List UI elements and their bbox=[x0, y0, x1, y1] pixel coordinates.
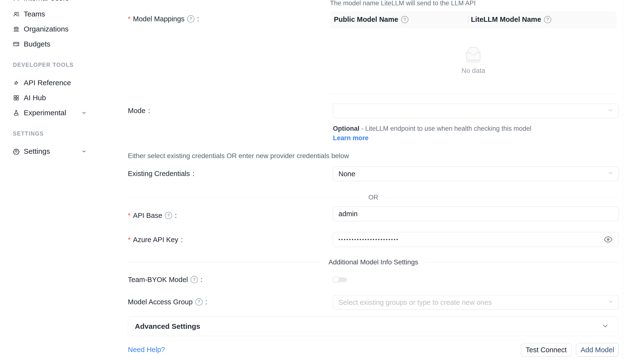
sidebar-item-settings[interactable]: Settings bbox=[0, 144, 118, 158]
required-asterisk: * bbox=[128, 15, 130, 23]
label-colon: : bbox=[175, 212, 177, 220]
table-header: Public Model Name ? LiteLLM Model Name ? bbox=[330, 11, 617, 28]
sidebar-item-label: AI Hub bbox=[24, 94, 46, 102]
sidebar-item-label: Experimental bbox=[24, 109, 66, 117]
chevron-down-icon bbox=[608, 170, 614, 178]
label-text: Existing Credentials bbox=[128, 170, 190, 178]
grid-icon bbox=[13, 94, 20, 101]
team-byok-label: Team-BYOK Model ? : bbox=[128, 275, 202, 284]
model-mappings-table: Public Model Name ? LiteLLM Model Name ? bbox=[330, 11, 617, 104]
required-asterisk: * bbox=[128, 212, 130, 220]
label-colon: : bbox=[197, 15, 199, 23]
team-icon bbox=[13, 11, 20, 18]
sidebar-item-api-reference[interactable]: API Reference bbox=[0, 76, 118, 90]
learn-more-link[interactable]: Learn more bbox=[333, 134, 368, 142]
help-bold: Optional bbox=[333, 125, 360, 132]
help-icon[interactable]: ? bbox=[165, 212, 172, 219]
chevron-down-icon bbox=[602, 322, 609, 330]
sidebar-section-settings: SETTINGS bbox=[13, 130, 44, 138]
column-label: Public Model Name bbox=[334, 16, 398, 24]
help-icon[interactable]: ? bbox=[187, 15, 194, 22]
sidebar-item-internal-users[interactable]: Internal Users bbox=[0, 0, 118, 5]
sidebar-item-label: Budgets bbox=[24, 40, 50, 48]
sidebar-item-label: Organizations bbox=[24, 25, 68, 33]
label-colon: : bbox=[192, 170, 194, 178]
help-body: - LiteLLM endpoint to use when health ch… bbox=[360, 125, 532, 132]
flask-icon bbox=[13, 110, 20, 116]
or-divider: OR bbox=[128, 192, 619, 203]
azure-api-key-field bbox=[333, 232, 619, 247]
label-text: Azure API Key bbox=[133, 236, 178, 244]
select-placeholder: Select existing groups or type to create… bbox=[338, 298, 492, 306]
credentials-note: Either select existing credentials OR en… bbox=[128, 152, 349, 160]
label-text: Model Access Group bbox=[128, 298, 193, 306]
model-access-group-select[interactable]: Select existing groups or type to create… bbox=[333, 295, 619, 310]
label-text: API Base bbox=[133, 212, 162, 220]
sidebar-item-experimental[interactable]: Experimental bbox=[0, 106, 118, 120]
add-model-page: Internal Users Teams Organizations Budge… bbox=[0, 0, 644, 360]
bank-icon bbox=[13, 26, 20, 32]
label-colon: : bbox=[148, 107, 150, 115]
column-divider bbox=[468, 16, 468, 23]
api-plug-icon bbox=[13, 80, 20, 86]
sidebar-item-budgets[interactable]: Budgets bbox=[0, 37, 118, 51]
sidebar-item-label: Internal Users bbox=[24, 0, 69, 2]
api-base-input[interactable] bbox=[333, 206, 619, 221]
api-base-label: * API Base ? : bbox=[128, 211, 177, 220]
sidebar-item-label: Teams bbox=[24, 10, 45, 18]
sidebar-item-label: Settings bbox=[24, 147, 50, 156]
empty-inbox-icon bbox=[461, 44, 486, 64]
model-access-group-label: Model Access Group ? : bbox=[128, 297, 207, 307]
test-connect-button[interactable]: Test Connect bbox=[521, 343, 572, 356]
help-icon[interactable]: ? bbox=[196, 298, 203, 306]
label-text: Team-BYOK Model bbox=[128, 276, 188, 284]
azure-api-key-label: * Azure API Key : bbox=[128, 235, 183, 244]
label-colon: : bbox=[181, 236, 183, 244]
label-colon: : bbox=[205, 298, 207, 306]
credit-card-icon bbox=[13, 41, 20, 48]
table-empty-body: No data bbox=[330, 28, 617, 94]
existing-credentials-select[interactable]: None bbox=[333, 166, 619, 181]
sidebar-item-ai-hub[interactable]: AI Hub bbox=[0, 91, 118, 104]
existing-credentials-label: Existing Credentials : bbox=[128, 169, 194, 178]
mode-select[interactable] bbox=[333, 104, 619, 118]
divider-line bbox=[128, 197, 361, 198]
divider-line bbox=[426, 262, 619, 262]
add-model-form: The model name LiteLLM will send to the … bbox=[118, 0, 623, 360]
label-text: Model Mappings bbox=[133, 15, 184, 23]
required-asterisk: * bbox=[128, 236, 130, 244]
advanced-settings-panel[interactable]: Advanced Settings bbox=[128, 316, 619, 336]
gear-icon bbox=[13, 148, 20, 155]
model-mappings-label: * Model Mappings ? : bbox=[128, 14, 199, 24]
chevron-down-icon bbox=[81, 110, 87, 116]
help-icon[interactable]: ? bbox=[190, 276, 198, 283]
add-model-button[interactable]: Add Model bbox=[576, 343, 619, 356]
additional-settings-divider-text: Additional Model Info Settings bbox=[321, 258, 426, 266]
no-data-text: No data bbox=[461, 67, 486, 74]
help-icon[interactable]: ? bbox=[544, 16, 551, 23]
help-icon[interactable]: ? bbox=[401, 16, 408, 23]
divider-line bbox=[386, 197, 619, 198]
sidebar-item-organizations[interactable]: Organizations bbox=[0, 22, 118, 36]
advanced-settings-label: Advanced Settings bbox=[135, 322, 200, 330]
toggle-knob bbox=[333, 276, 339, 283]
column-label: LiteLLM Model Name bbox=[471, 16, 541, 24]
team-byok-toggle[interactable] bbox=[333, 276, 347, 283]
sidebar-section-developer-tools: DEVELOPER TOOLS bbox=[13, 61, 74, 69]
or-divider-text: OR bbox=[361, 194, 386, 201]
mode-help-text: Optional - LiteLLM endpoint to use when … bbox=[333, 124, 551, 143]
need-help-link[interactable]: Need Help? bbox=[128, 346, 165, 354]
table-footer bbox=[330, 94, 617, 104]
azure-api-key-input[interactable] bbox=[333, 232, 619, 247]
sidebar: Internal Users Teams Organizations Budge… bbox=[0, 0, 118, 360]
sidebar-item-teams[interactable]: Teams bbox=[0, 7, 118, 21]
model-name-hint: The model name LiteLLM will send to the … bbox=[330, 0, 476, 7]
chevron-down-icon bbox=[608, 107, 614, 115]
chevron-down-icon bbox=[81, 149, 87, 155]
eye-icon[interactable] bbox=[603, 234, 613, 244]
sidebar-item-label: API Reference bbox=[24, 79, 71, 87]
column-header-public-model-name: Public Model Name ? bbox=[330, 16, 468, 24]
divider-line bbox=[128, 262, 321, 262]
user-icon bbox=[13, 0, 20, 2]
chevron-down-icon bbox=[608, 298, 614, 306]
